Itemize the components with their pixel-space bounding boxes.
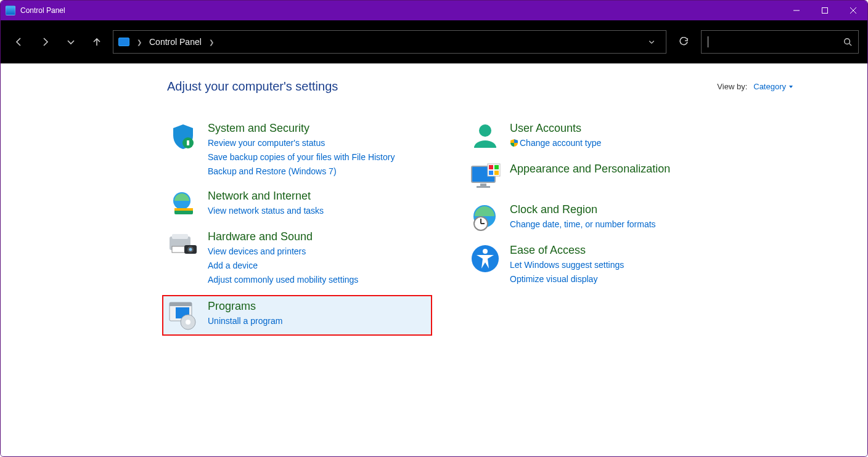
category-clock-region[interactable]: Clock and Region Change date, time, or n… bbox=[469, 200, 734, 240]
category-ease-of-access[interactable]: Ease of Access Let Windows suggest setti… bbox=[469, 240, 734, 294]
link-change-date-time[interactable]: Change date, time, or number formats bbox=[510, 217, 656, 232]
category-title[interactable]: User Accounts bbox=[510, 122, 601, 135]
breadcrumb-root[interactable]: Control Panel bbox=[149, 37, 202, 47]
svg-point-37 bbox=[483, 249, 488, 254]
view-by-control[interactable]: View by: Category bbox=[717, 82, 793, 91]
refresh-button[interactable] bbox=[673, 30, 695, 54]
link-uninstall-program[interactable]: Uninstall a program bbox=[208, 314, 282, 328]
svg-rect-29 bbox=[494, 165, 499, 169]
printer-camera-icon bbox=[167, 230, 199, 260]
chevron-right-icon[interactable]: ❯ bbox=[134, 39, 144, 46]
recent-locations-button[interactable] bbox=[61, 32, 81, 52]
link-devices-printers[interactable]: View devices and printers bbox=[208, 245, 358, 259]
view-by-value: Category bbox=[753, 82, 786, 91]
search-input[interactable] bbox=[701, 30, 859, 54]
clock-globe-icon bbox=[469, 203, 501, 233]
link-change-account-type[interactable]: Change account type bbox=[510, 136, 601, 150]
control-panel-icon bbox=[118, 38, 129, 46]
back-button[interactable] bbox=[9, 32, 29, 52]
category-title[interactable]: Programs bbox=[208, 300, 282, 313]
category-title[interactable]: Appearance and Personalization bbox=[510, 163, 670, 176]
control-panel-app-icon bbox=[6, 6, 15, 15]
category-title[interactable]: Hardware and Sound bbox=[208, 230, 358, 243]
svg-rect-30 bbox=[489, 171, 493, 175]
globe-network-icon bbox=[167, 190, 199, 219]
category-appearance[interactable]: Appearance and Personalization bbox=[469, 159, 734, 200]
svg-rect-28 bbox=[489, 165, 493, 169]
link-file-history[interactable]: Save backup copies of your files with Fi… bbox=[208, 150, 395, 164]
monitor-icon bbox=[469, 163, 501, 192]
svg-rect-26 bbox=[477, 186, 490, 188]
svg-point-22 bbox=[479, 124, 491, 137]
category-hardware[interactable]: Hardware and Sound View devices and prin… bbox=[167, 227, 432, 294]
svg-rect-10 bbox=[174, 208, 193, 211]
shield-icon bbox=[167, 122, 199, 152]
minimize-button[interactable] bbox=[782, 1, 811, 20]
category-title[interactable]: Clock and Region bbox=[510, 203, 656, 216]
svg-line-5 bbox=[850, 44, 852, 46]
navigation-bar: ❯ Control Panel ❯ bbox=[1, 20, 867, 63]
link-optimize-display[interactable]: Optimize visual display bbox=[510, 272, 624, 286]
svg-rect-25 bbox=[480, 184, 486, 186]
svg-rect-31 bbox=[494, 171, 499, 175]
category-title[interactable]: Network and Internet bbox=[208, 190, 324, 203]
svg-point-16 bbox=[189, 248, 192, 251]
category-system-security[interactable]: System and Security Review your computer… bbox=[167, 118, 432, 186]
svg-rect-1 bbox=[822, 8, 828, 14]
link-add-device[interactable]: Add a device bbox=[208, 259, 358, 273]
svg-point-4 bbox=[845, 39, 850, 44]
category-title[interactable]: System and Security bbox=[208, 122, 395, 135]
link-mobility-settings[interactable]: Adjust commonly used mobility settings bbox=[208, 273, 358, 287]
link-backup-restore[interactable]: Backup and Restore (Windows 7) bbox=[208, 164, 395, 179]
category-title[interactable]: Ease of Access bbox=[510, 244, 624, 257]
page-heading: Adjust your computer's settings bbox=[167, 79, 338, 94]
close-button[interactable] bbox=[839, 1, 867, 20]
window-titlebar: Control Panel bbox=[1, 1, 867, 20]
link-windows-suggest[interactable]: Let Windows suggest settings bbox=[510, 258, 624, 272]
category-network[interactable]: Network and Internet View network status… bbox=[167, 186, 432, 227]
programs-icon bbox=[167, 300, 199, 330]
chevron-down-icon bbox=[788, 84, 793, 89]
view-by-label: View by: bbox=[717, 82, 747, 91]
maximize-button[interactable] bbox=[811, 1, 839, 20]
svg-rect-7 bbox=[187, 140, 189, 145]
search-icon bbox=[843, 38, 852, 46]
accessibility-icon bbox=[469, 244, 501, 273]
content-area: Adjust your computer's settings View by:… bbox=[1, 63, 867, 457]
category-user-accounts[interactable]: User Accounts Change account type bbox=[469, 118, 734, 159]
forward-button[interactable] bbox=[35, 32, 55, 52]
up-button[interactable] bbox=[87, 32, 107, 52]
link-network-status[interactable]: View network status and tasks bbox=[208, 204, 324, 218]
svg-point-21 bbox=[186, 320, 190, 325]
address-bar[interactable]: ❯ Control Panel ❯ bbox=[113, 30, 666, 54]
uac-shield-icon bbox=[510, 137, 518, 146]
address-history-button[interactable] bbox=[642, 31, 661, 53]
link-review-status[interactable]: Review your computer's status bbox=[208, 136, 395, 150]
text-caret bbox=[708, 36, 708, 47]
window-title: Control Panel bbox=[20, 6, 65, 15]
svg-rect-12 bbox=[172, 234, 188, 239]
svg-rect-18 bbox=[170, 302, 192, 306]
category-programs[interactable]: Programs Uninstall a program bbox=[162, 295, 432, 336]
chevron-right-icon[interactable]: ❯ bbox=[207, 39, 216, 46]
user-icon bbox=[469, 122, 501, 152]
